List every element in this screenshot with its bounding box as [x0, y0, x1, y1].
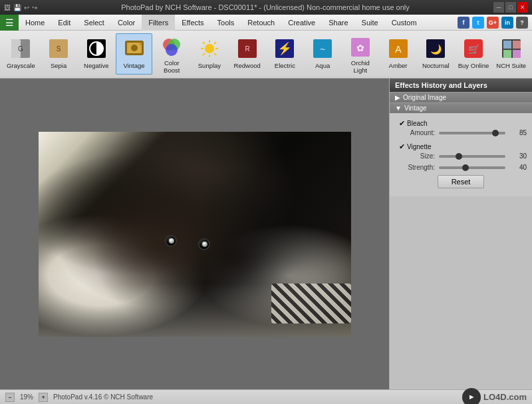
menu-tools[interactable]: Tools: [211, 15, 241, 31]
bleach-amount-slider[interactable]: [439, 132, 505, 134]
vintage-section-header[interactable]: ▼ Vintage: [390, 103, 532, 113]
menu-share[interactable]: Share: [322, 15, 354, 31]
menu-color[interactable]: Color: [111, 15, 142, 31]
svg-text:🛒: 🛒: [467, 44, 479, 55]
cat-eye-right: [198, 238, 210, 250]
buy-online-button[interactable]: 🛒 Buy Online: [456, 33, 492, 75]
vintage-section-body: ✔ Bleach Amount: 85 ✔ Vignette Size:: [390, 113, 532, 196]
vignette-strength-slider[interactable]: [439, 166, 505, 169]
svg-rect-38: [503, 41, 511, 49]
aqua-label: Aqua: [315, 62, 330, 69]
close-button[interactable]: ✕: [517, 2, 528, 13]
cat-eye-right-shine: [202, 242, 207, 247]
redo-icon[interactable]: ↪: [32, 4, 37, 11]
linkedin-icon[interactable]: in: [501, 17, 513, 29]
vintage-section-label: Vintage: [404, 104, 427, 112]
undo-icon[interactable]: ↩: [24, 4, 29, 11]
save-icon[interactable]: 💾: [13, 4, 21, 11]
nch-suite-icon: [499, 37, 523, 61]
original-image-section: ▶ Original Image: [390, 92, 532, 102]
bleach-label: Bleach: [407, 120, 428, 127]
collapse-icon: ▶: [395, 94, 400, 101]
vignette-checkbox-row[interactable]: ✔ Vignette: [395, 140, 527, 152]
title-left-icons: 🖼 💾 ↩ ↪: [4, 4, 37, 11]
orchid-light-icon: ✿: [348, 37, 372, 58]
menu-edit[interactable]: Edit: [51, 15, 77, 31]
vignette-size-row: Size: 30: [395, 152, 527, 160]
electric-label: Electric: [275, 62, 295, 69]
negative-icon: [84, 37, 108, 61]
status-left: − 19% + PhotoPad v.4.16 © NCH Software: [5, 393, 153, 402]
vignette-strength-label: Strength:: [395, 164, 435, 171]
sunplay-button[interactable]: Sunplay: [192, 33, 228, 75]
color-boost-label: Color Boost: [156, 59, 188, 75]
bleach-checkbox-row[interactable]: ✔ Bleach: [395, 117, 527, 129]
color-boost-button[interactable]: Color Boost: [154, 33, 190, 75]
watermark: ▶ LO4D.com: [462, 388, 527, 405]
amber-icon: A: [386, 37, 410, 61]
zoom-in-button[interactable]: +: [39, 393, 48, 402]
vintage-button[interactable]: Vintage Give your photo a vintage look: [116, 33, 152, 75]
minimize-button[interactable]: ─: [493, 2, 504, 13]
menu-home[interactable]: Home: [19, 15, 51, 31]
social-icons: f t G+ in ?: [458, 17, 532, 29]
buy-online-icon: 🛒: [462, 37, 485, 61]
aqua-button[interactable]: ~ Aqua: [305, 33, 341, 75]
nocturnal-button[interactable]: 🌙 Nocturnal: [418, 33, 454, 75]
original-image-header[interactable]: ▶ Original Image: [390, 93, 532, 102]
maximize-button[interactable]: □: [505, 2, 516, 13]
sunplay-label: Sunplay: [198, 62, 221, 69]
electric-button[interactable]: ⚡ Electric: [267, 33, 303, 75]
copyright-text: PhotoPad v.4.16 © NCH Software: [53, 393, 153, 401]
svg-line-19: [203, 42, 205, 44]
menu-custom[interactable]: Custom: [385, 15, 424, 31]
negative-label: Negative: [84, 62, 109, 69]
sepia-icon: S: [47, 37, 70, 61]
canvas-area[interactable]: [0, 79, 389, 389]
sepia-label: Sepia: [51, 62, 66, 69]
grayscale-label: Grayscale: [7, 62, 35, 69]
toolbar: G Grayscale S Sepia Negative: [0, 31, 532, 79]
window-controls: ─ □ ✕: [493, 2, 528, 13]
menu-select[interactable]: Select: [77, 15, 111, 31]
amber-button[interactable]: A Amber: [380, 33, 416, 75]
photo-frame: [39, 132, 351, 337]
zoom-level: 19%: [20, 393, 33, 401]
vignette-label: Vignette: [407, 143, 432, 150]
twitter-icon[interactable]: t: [472, 17, 484, 29]
menu-filters[interactable]: Filters: [142, 15, 175, 31]
negative-button[interactable]: Negative: [78, 33, 114, 75]
aqua-icon: ~: [311, 37, 334, 61]
watermark-icon: ▶: [462, 388, 481, 405]
zoom-out-button[interactable]: −: [5, 393, 15, 402]
svg-rect-40: [503, 50, 511, 58]
menu-suite[interactable]: Suite: [355, 15, 385, 31]
facebook-icon[interactable]: f: [458, 17, 469, 29]
svg-line-22: [203, 53, 205, 55]
nch-suite-button[interactable]: NCH Suite: [493, 33, 529, 75]
menu-retouch[interactable]: Retouch: [241, 15, 281, 31]
svg-rect-41: [513, 50, 521, 58]
sepia-button[interactable]: S Sepia: [41, 33, 77, 75]
google-icon[interactable]: G+: [487, 17, 499, 29]
grayscale-button[interactable]: G Grayscale: [3, 33, 39, 75]
watermark-text: LO4D.com: [483, 392, 527, 402]
panel-title: Effects History and Layers: [390, 79, 532, 92]
hamburger-menu[interactable]: ☰: [0, 15, 19, 31]
svg-point-13: [166, 44, 178, 56]
amber-label: Amber: [389, 62, 408, 69]
vignette-size-slider[interactable]: [439, 155, 505, 158]
nch-suite-label: NCH Suite: [496, 62, 526, 69]
menu-effects[interactable]: Effects: [175, 15, 210, 31]
vignette-strength-row: Strength: 40: [395, 164, 527, 171]
svg-text:✿: ✿: [356, 43, 364, 53]
info-icon[interactable]: ?: [516, 17, 528, 29]
menu-creative[interactable]: Creative: [281, 15, 322, 31]
svg-point-14: [205, 44, 214, 53]
app-icon: 🖼: [4, 4, 11, 11]
redwood-button[interactable]: R Redwood: [229, 33, 265, 75]
reset-button[interactable]: Reset: [438, 175, 485, 188]
right-panel: Effects History and Layers ▶ Original Im…: [389, 79, 532, 389]
svg-line-20: [214, 53, 216, 55]
orchid-light-button[interactable]: ✿ Orchid Light: [342, 33, 378, 75]
